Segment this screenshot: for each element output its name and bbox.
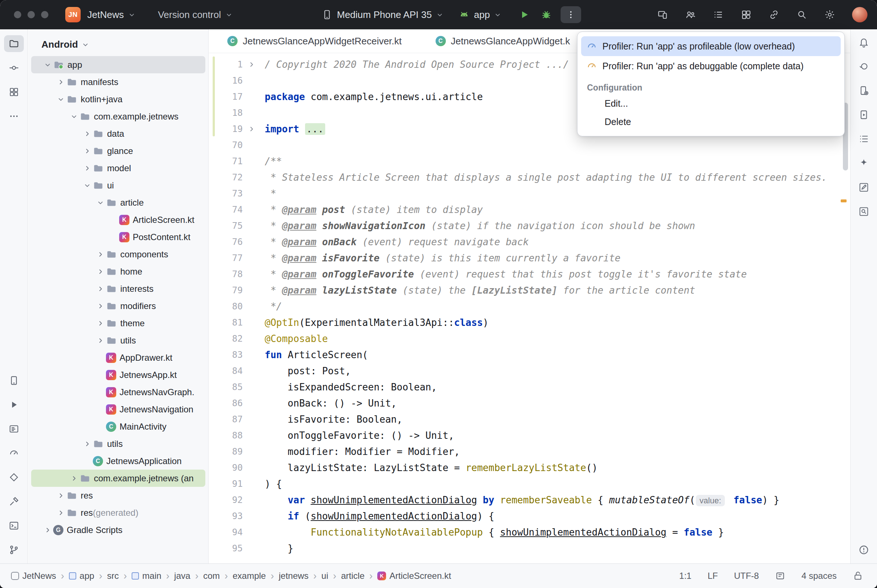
code-line[interactable]: 95 } (215, 540, 850, 556)
code-line[interactable]: 80 */ (215, 298, 850, 315)
code-line[interactable]: 81@OptIn(ExperimentalMaterial3Api::class… (215, 315, 850, 331)
tree-item[interactable]: theme (31, 315, 205, 332)
version-control-tool-button[interactable] (4, 542, 24, 558)
editor-tab[interactable]: CJetnewsGlanceAppWidgetReceiver.kt (227, 36, 402, 47)
breadcrumb-item[interactable]: article (341, 571, 364, 581)
editor-tab[interactable]: CJetnewsGlanceAppWidget.k (436, 36, 570, 47)
line-number[interactable]: 74 (215, 202, 243, 218)
tree-item[interactable]: KArticleScreen.kt (31, 211, 205, 228)
code-line[interactable]: 86 onBack: () -> Unit, (215, 395, 850, 411)
line-number[interactable]: 72 (215, 170, 243, 186)
line-number[interactable]: 18 (215, 105, 243, 121)
line-number[interactable]: 94 (215, 524, 243, 540)
code-line[interactable]: 85 isExpandedScreen: Boolean, (215, 379, 850, 395)
notifications-tool-button[interactable] (854, 34, 874, 51)
breadcrumb-item[interactable]: app (69, 571, 94, 581)
line-number[interactable]: 92 (215, 492, 243, 508)
chevron-down-icon[interactable] (55, 95, 66, 104)
tree-item[interactable]: utils (31, 435, 205, 452)
todo-icon[interactable] (713, 9, 724, 20)
chevron-right-icon[interactable] (82, 147, 93, 155)
line-number[interactable]: 19 (215, 121, 243, 137)
tree-item[interactable]: KJetnewsNavGraph. (31, 384, 205, 400)
line-number[interactable]: 70 (215, 137, 243, 153)
chevron-right-icon[interactable] (55, 509, 66, 517)
line-number[interactable]: 80 (215, 298, 243, 315)
line-number[interactable]: 82 (215, 331, 243, 347)
device-selector[interactable]: Medium Phone API 35 (322, 9, 443, 21)
edit-tool-button[interactable] (854, 179, 874, 196)
profiler-tool-button[interactable] (4, 445, 24, 462)
breadcrumb-item[interactable]: main (132, 571, 161, 581)
chevron-right-icon[interactable] (95, 319, 106, 327)
chevron-down-icon[interactable] (95, 199, 106, 207)
tree-item[interactable]: modifiers (31, 297, 205, 315)
tree-item[interactable]: CMainActivity (31, 418, 205, 435)
project-view-selector[interactable]: Android (28, 29, 208, 56)
gradle-tool-button[interactable] (854, 58, 874, 75)
code-line[interactable]: 90 lazyListState: LazyListState = rememb… (215, 460, 850, 476)
chevron-down-icon[interactable] (82, 182, 93, 189)
run-tool-button[interactable] (4, 396, 24, 413)
vcs-menu-button[interactable]: Version control (158, 9, 232, 21)
chevron-right-icon[interactable] (42, 526, 53, 534)
code-line[interactable]: 91) { (215, 476, 850, 492)
line-number[interactable]: 91 (215, 476, 243, 492)
line-number[interactable]: 95 (215, 540, 243, 556)
chevron-right-icon[interactable] (55, 492, 66, 500)
file-encoding[interactable]: UTF-8 (734, 571, 759, 581)
tree-item[interactable]: utils (31, 332, 205, 349)
running-devices-tool-button[interactable] (854, 106, 874, 123)
tree-item[interactable]: res (generated) (31, 504, 205, 521)
run-config-selector[interactable]: app (459, 9, 501, 21)
breadcrumb-item[interactable]: example (232, 571, 266, 581)
device-explorer-tool-button[interactable] (4, 372, 24, 389)
debug-button[interactable] (538, 7, 554, 22)
run-button[interactable] (517, 7, 532, 22)
device-manager-tool-button[interactable] (854, 82, 874, 99)
tree-item[interactable]: com.example.jetnews (an (31, 470, 205, 487)
chevron-right-icon[interactable] (95, 285, 106, 293)
line-number[interactable]: 78 (215, 266, 243, 282)
popup-action[interactable]: Delete (581, 112, 841, 131)
tree-item[interactable]: KAppDrawer.kt (31, 349, 205, 366)
minimize-button[interactable] (27, 11, 35, 18)
packages-tool-button[interactable] (4, 84, 24, 100)
line-number[interactable]: 17 (215, 89, 243, 105)
chevron-right-icon[interactable] (82, 164, 93, 172)
code-line[interactable]: 89 modifier: Modifier = Modifier, (215, 444, 850, 460)
breadcrumb-item[interactable]: jetnews (279, 571, 308, 581)
assistant-tool-button[interactable] (854, 155, 874, 171)
code-line[interactable]: 76 * @param onBack (event) request navig… (215, 234, 850, 250)
fold-marker-icon[interactable] (243, 121, 260, 137)
line-number[interactable]: 77 (215, 250, 243, 266)
code-line[interactable]: 73 * (215, 186, 850, 202)
more-actions-button[interactable] (561, 6, 581, 23)
code-line[interactable]: 79 * @param lazyListState (state) the [L… (215, 282, 850, 298)
tree-item[interactable]: res (31, 487, 205, 504)
tree-item[interactable]: com.example.jetnews (31, 108, 205, 125)
popup-item[interactable]: Profiler: Run 'app' as profileable (low … (581, 36, 841, 56)
code-line[interactable]: 82@Composable (215, 331, 850, 347)
code-line[interactable]: 92 var showUnimplementedActionDialog by … (215, 492, 850, 508)
breadcrumb-item[interactable]: src (107, 571, 119, 581)
code-line[interactable]: 72 * Stateless Article Screen that displ… (215, 170, 850, 186)
line-number[interactable]: 75 (215, 218, 243, 234)
code-line[interactable]: 87 isFavorite: Boolean, (215, 411, 850, 428)
code-line[interactable]: 83fun ArticleScreen( (215, 347, 850, 363)
chevron-down-icon[interactable] (69, 112, 79, 121)
plugins-icon[interactable] (741, 9, 752, 20)
tree-item[interactable]: ui (31, 177, 205, 194)
build-tool-button[interactable] (4, 493, 24, 510)
line-number[interactable]: 83 (215, 347, 243, 363)
chevron-right-icon[interactable] (69, 474, 79, 482)
code-line[interactable]: 70 (215, 137, 850, 153)
settings-icon[interactable] (824, 9, 835, 20)
device-streaming-icon[interactable] (657, 9, 668, 20)
tree-item[interactable]: manifests (31, 74, 205, 90)
chevron-down-icon[interactable] (42, 61, 53, 69)
code-line[interactable]: 94 FunctionalityNotAvailablePopup { show… (215, 524, 850, 540)
zoom-button[interactable] (41, 11, 48, 18)
fold-marker-icon[interactable] (243, 57, 260, 73)
project-tool-button[interactable] (4, 35, 24, 52)
